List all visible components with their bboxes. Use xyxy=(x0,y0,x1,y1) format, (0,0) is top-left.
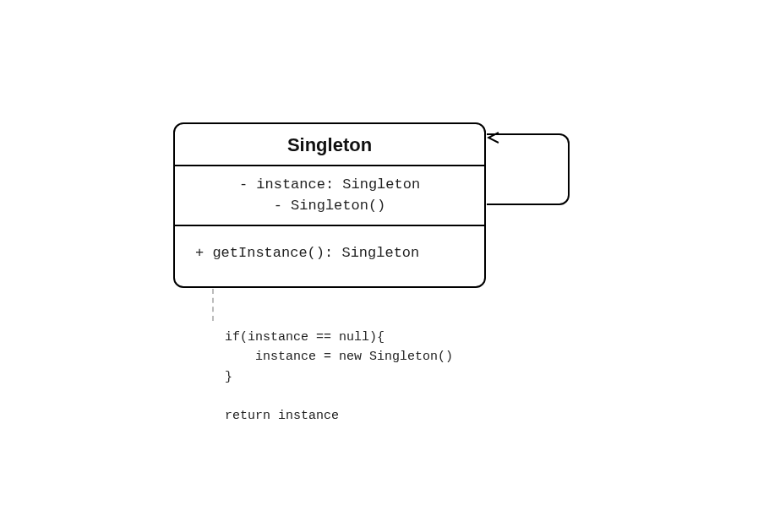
class-name: Singleton xyxy=(175,124,484,166)
uml-class-box: Singleton - instance: Singleton - Single… xyxy=(173,122,486,288)
pseudocode-note: if(instance == null){ instance = new Sin… xyxy=(225,328,453,426)
class-method: + getInstance(): Singleton xyxy=(195,245,419,261)
class-constructor: - Singleton() xyxy=(175,196,484,217)
arrow-head-icon xyxy=(487,128,499,149)
class-attributes-section: - instance: Singleton - Singleton() xyxy=(175,166,484,226)
note-connector xyxy=(212,289,214,321)
class-methods-section: + getInstance(): Singleton xyxy=(175,226,484,286)
diagram-canvas: Singleton - instance: Singleton - Single… xyxy=(0,0,769,532)
class-attribute: - instance: Singleton xyxy=(175,175,484,196)
